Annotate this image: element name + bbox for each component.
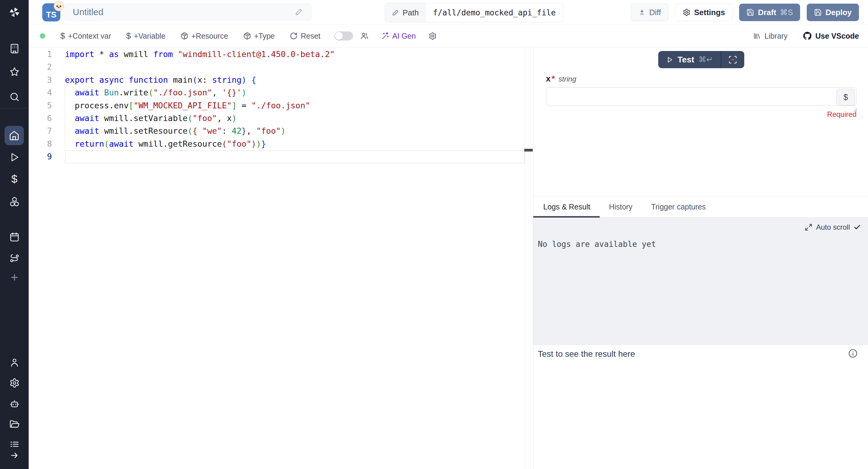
auto-scroll-control[interactable]: Auto scroll (805, 223, 861, 231)
info-icon[interactable] (848, 349, 858, 358)
main-area: TS Untitled Path f/all/demo_mocked_api_f… (29, 0, 868, 469)
add-type-button[interactable]: +Type (243, 32, 275, 40)
sidebar-item-workers[interactable] (9, 399, 20, 409)
sidebar-add-button[interactable] (10, 273, 19, 282)
reset-icon (290, 32, 298, 40)
route-icon (9, 253, 20, 263)
test-args-section: Test ⌘↵ x* string (533, 48, 868, 196)
dollar-icon: $ (60, 31, 65, 41)
save-icon (814, 8, 822, 16)
users-icon[interactable] (360, 32, 369, 40)
editor-toolbar: $ +Context var $ +Variable +Resource +Ty… (29, 25, 868, 48)
logs-panel: Auto scroll No logs are available yet (533, 218, 868, 345)
line-number: 1 (29, 48, 52, 61)
ts-label: TS (46, 10, 57, 20)
collab-toggle[interactable] (334, 31, 353, 40)
edit-path-pencil-icon (392, 9, 399, 16)
tab-trigger-captures[interactable]: Trigger captures (651, 202, 706, 211)
script-title-field[interactable]: Untitled (64, 3, 311, 21)
sidebar-item-account[interactable] (9, 357, 20, 368)
settings-button[interactable]: Settings (675, 4, 733, 21)
deploy-button[interactable]: Deploy (807, 4, 859, 21)
typescript-language-badge[interactable]: TS (42, 3, 60, 22)
add-context-var-button[interactable]: $ +Context var (60, 31, 111, 41)
auto-scroll-label: Auto scroll (816, 223, 850, 231)
line-number: 6 (29, 112, 52, 125)
sidebar-item-schedules[interactable] (9, 232, 20, 242)
no-logs-message: No logs are available yet (538, 240, 656, 249)
sidebar-expand-button[interactable] (10, 451, 19, 460)
sidebar-item-runs[interactable] (9, 152, 20, 162)
github-icon (803, 32, 812, 40)
list-icon (9, 439, 20, 449)
capture-test-button[interactable] (721, 51, 744, 68)
line-number: 9 (29, 150, 52, 163)
code-line (65, 61, 525, 73)
ai-gen-button[interactable]: AI Gen (381, 32, 416, 40)
package-icon (181, 32, 188, 40)
use-vscode-button[interactable]: Use VScode (803, 32, 859, 40)
draft-shortcut: ⌘S (780, 8, 793, 17)
arg-name: x (546, 74, 551, 84)
code-editor[interactable]: 123456789 import * as wmill from "windmi… (29, 48, 525, 469)
result-placeholder: Test to see the result here (538, 349, 635, 359)
editor-settings-gear-icon[interactable] (429, 32, 437, 40)
add-resource-button[interactable]: +Resource (181, 32, 228, 40)
sidebar-item-settings[interactable] (9, 378, 20, 388)
play-icon (9, 152, 20, 162)
line-number: 5 (29, 99, 52, 112)
resize-grip-icon[interactable] (853, 108, 858, 113)
code-line: await Bun.write("./foo.json", '{}') (65, 86, 525, 99)
reset-button[interactable]: Reset (290, 32, 320, 40)
sidebar-item-menu[interactable] (9, 439, 20, 449)
code-line (65, 150, 525, 163)
topbar: TS Untitled Path f/all/demo_mocked_api_f… (29, 0, 868, 25)
expand-icon[interactable] (805, 223, 812, 231)
check-icon (854, 224, 861, 231)
plus-icon (10, 273, 19, 282)
add-variable-button[interactable]: $ +Variable (126, 31, 165, 41)
windmill-logo-icon[interactable] (9, 7, 20, 18)
workspace: 123456789 import * as wmill from "windmi… (29, 48, 868, 469)
line-number: 3 (29, 74, 52, 86)
insert-variable-button[interactable]: $ (836, 89, 855, 106)
edit-title-pencil-icon[interactable] (295, 8, 303, 16)
save-icon (746, 8, 754, 16)
path-widget[interactable]: Path f/all/demo_mocked_api_file (385, 3, 563, 22)
workspace-building-icon[interactable] (9, 43, 20, 54)
library-icon (753, 32, 761, 40)
tab-logs-result[interactable]: Logs & Result (543, 202, 590, 211)
capture-icon (728, 55, 737, 64)
sidebar-item-folders[interactable] (9, 419, 20, 429)
sidebar-divider (0, 108, 29, 108)
line-number: 8 (29, 137, 52, 150)
search-icon[interactable] (9, 92, 20, 102)
wand-icon (381, 32, 389, 40)
library-button[interactable]: Library (753, 32, 787, 40)
sidebar-item-routes[interactable] (9, 253, 20, 263)
diff-button[interactable]: Diff (631, 4, 669, 21)
sidebar-item-home[interactable] (4, 126, 24, 145)
folder-icon (9, 419, 20, 429)
path-label: Path (403, 8, 419, 18)
arg-label-row: x* string (546, 74, 857, 84)
sidebar-item-resources[interactable] (9, 196, 20, 207)
play-icon (666, 56, 673, 63)
sidebar-item-variables[interactable]: $ (11, 173, 17, 186)
required-text: Required (546, 110, 857, 119)
diff-icon (638, 9, 646, 16)
calendar-icon (9, 232, 20, 242)
windmill-script-editor: $ (0, 0, 868, 469)
line-number: 2 (29, 61, 52, 73)
code-line: await wmill.setVariable("foo", x) (65, 112, 525, 125)
code-line: process.env["WM_MOCKED_API_FILE"] = "./f… (65, 99, 525, 112)
code-line: await wmill.setResource({ "we": 42}, "fo… (65, 125, 525, 137)
x-input[interactable] (546, 87, 857, 106)
gear-icon (9, 378, 20, 388)
tab-history[interactable]: History (609, 202, 632, 211)
test-button[interactable]: Test ⌘↵ (658, 51, 721, 68)
favorites-star-icon[interactable] (9, 67, 20, 77)
draft-button[interactable]: Draft ⌘S (739, 4, 800, 21)
editor-code[interactable]: import * as wmill from "windmill-client@… (65, 48, 525, 469)
dollar-icon: $ (11, 173, 17, 185)
